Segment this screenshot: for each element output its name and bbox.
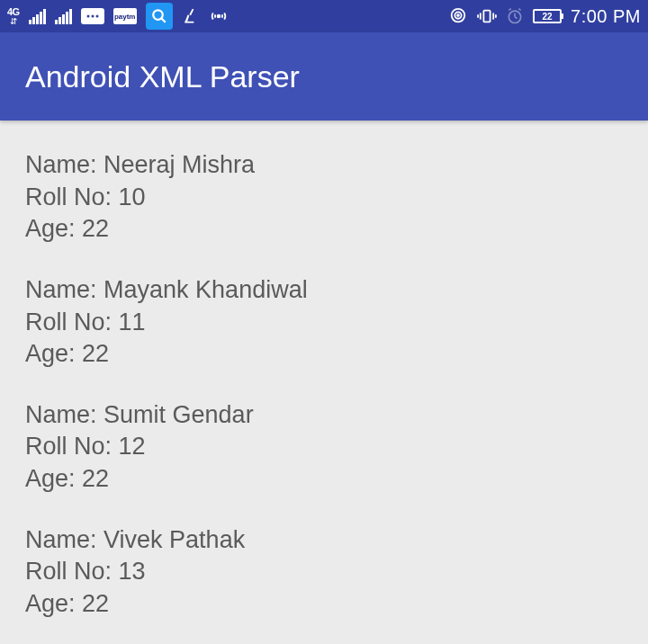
record-age: Age: 22 bbox=[25, 338, 623, 371]
battery-level: 22 bbox=[542, 12, 552, 22]
app-title: Android XML Parser bbox=[25, 59, 300, 94]
network-label: 4G bbox=[7, 7, 20, 17]
status-right: 22 7:00 PM bbox=[448, 6, 641, 27]
record-name: Name: Mayank Khandiwal bbox=[25, 274, 623, 307]
svg-line-4 bbox=[161, 18, 166, 22]
alarm-icon bbox=[506, 7, 524, 25]
record-roll: Roll No: 11 bbox=[25, 307, 623, 339]
network-indicator: 4G ⇵ bbox=[7, 7, 20, 26]
svg-line-18 bbox=[508, 9, 511, 11]
battery-icon: 22 bbox=[533, 9, 562, 23]
record-name: Name: Neeraj Mishra bbox=[25, 149, 623, 182]
search-icon bbox=[146, 3, 173, 30]
svg-point-9 bbox=[457, 14, 459, 16]
svg-rect-5 bbox=[184, 22, 194, 23]
hotspot-icon bbox=[209, 8, 229, 24]
status-left: 4G ⇵ paytm bbox=[7, 3, 229, 30]
svg-point-6 bbox=[217, 15, 220, 18]
list-item: Name: Mayank Khandiwal Roll No: 11 Age: … bbox=[25, 274, 623, 371]
cast-icon bbox=[448, 7, 468, 25]
record-roll: Roll No: 13 bbox=[25, 556, 623, 588]
record-age: Age: 22 bbox=[25, 463, 623, 496]
data-arrows-icon: ⇵ bbox=[10, 17, 17, 26]
svg-rect-10 bbox=[483, 11, 490, 22]
svg-line-17 bbox=[515, 17, 518, 19]
vibrate-icon bbox=[477, 8, 497, 24]
svg-point-0 bbox=[86, 15, 89, 18]
record-name: Name: Sumit Gendar bbox=[25, 399, 623, 432]
list-item: Name: Vivek Pathak Roll No: 13 Age: 22 bbox=[25, 524, 623, 621]
signal-icon-2 bbox=[55, 8, 72, 24]
clock: 7:00 PM bbox=[571, 6, 641, 27]
record-name: Name: Vivek Pathak bbox=[25, 524, 623, 557]
paytm-icon: paytm bbox=[113, 8, 137, 24]
record-age: Age: 22 bbox=[25, 213, 623, 246]
svg-point-2 bbox=[95, 15, 98, 18]
record-age: Age: 22 bbox=[25, 588, 623, 621]
signal-icon-1 bbox=[29, 8, 46, 24]
svg-point-1 bbox=[91, 15, 94, 18]
list-item: Name: Sumit Gendar Roll No: 12 Age: 22 bbox=[25, 399, 623, 496]
sms-icon bbox=[81, 8, 104, 24]
record-roll: Roll No: 12 bbox=[25, 431, 623, 463]
content-list: Name: Neeraj Mishra Roll No: 10 Age: 22 … bbox=[0, 121, 648, 644]
app-bar: Android XML Parser bbox=[0, 32, 648, 121]
cleaner-icon bbox=[182, 7, 200, 25]
record-roll: Roll No: 10 bbox=[25, 182, 623, 214]
list-item: Name: Neeraj Mishra Roll No: 10 Age: 22 bbox=[25, 149, 623, 246]
svg-line-19 bbox=[518, 9, 521, 11]
status-bar: 4G ⇵ paytm bbox=[0, 0, 648, 32]
svg-point-3 bbox=[153, 10, 163, 20]
